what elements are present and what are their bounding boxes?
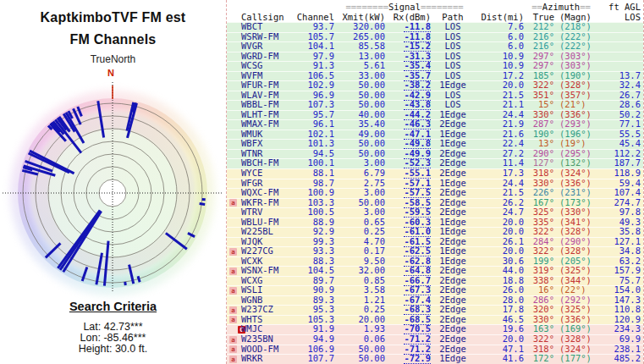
cell-channel: 91.3 xyxy=(295,61,334,71)
annotation-marker-a[interactable]: a xyxy=(229,287,237,295)
station-bar xyxy=(104,241,108,286)
cell-los-ft: 32.4 xyxy=(598,80,643,91)
cell-callsign[interactable]: WCSG xyxy=(241,61,295,71)
marker-cell: a xyxy=(227,354,241,364)
cell-path: 1Edge xyxy=(431,227,475,237)
marker-cell: a xyxy=(227,305,241,315)
annotation-marker-a[interactable]: a xyxy=(229,267,237,275)
cell-rx[interactable]: -35.4 xyxy=(385,61,431,71)
annotation-marker-a[interactable]: a xyxy=(229,316,237,323)
cell-rx[interactable]: -55.1 xyxy=(385,168,431,179)
cell-xmit: 0.06 xyxy=(334,334,385,345)
cell-callsign[interactable]: WYCE xyxy=(241,168,295,179)
annotation-marker-a[interactable]: a xyxy=(229,306,237,314)
cell-dist: 7.6 xyxy=(475,22,524,32)
cell-channel: 102.9 xyxy=(295,80,334,91)
table-row: aWRKR107.750.00-72.91Edge41.6172°(177°)4… xyxy=(227,354,643,364)
table-body: WBCT93.7320.00-11.8LOS7.6212°(218°)WSRW-… xyxy=(227,22,643,364)
cell-dist: 24.7 xyxy=(475,207,524,218)
cell-callsign[interactable]: WBCT xyxy=(241,22,295,32)
cell-dist: 20.0 xyxy=(475,334,524,345)
cell-channel: 100.9 xyxy=(295,188,334,198)
cell-azimuth-true: 216° xyxy=(524,41,554,52)
cell-path: LOS xyxy=(431,41,475,52)
cell-rx[interactable]: -38.2 xyxy=(385,80,431,91)
table-row: WFUR-FM102.950.00-38.21Edge20.0322°(328°… xyxy=(227,80,643,91)
cell-channel: 100.5 xyxy=(295,207,334,218)
station-bar xyxy=(166,233,187,249)
annotation-marker-a[interactable]: a xyxy=(229,199,237,207)
cell-callsign[interactable]: WVGR xyxy=(241,41,295,52)
cell-xmit: 0.17 xyxy=(334,246,385,256)
cell-dist: 10.9 xyxy=(475,61,524,71)
cell-los-ft: 35.8 xyxy=(598,227,643,237)
annotation-marker-a[interactable]: a xyxy=(229,336,237,344)
cell-callsign[interactable]: WQXC-FM xyxy=(241,188,295,198)
cell-azimuth-true: 322° xyxy=(524,80,554,91)
search-height: Height: 30.0 ft. xyxy=(0,343,226,355)
cell-azimuth-true: 318° xyxy=(524,168,554,179)
polar-panel: KaptkimboTVF FM est FM Channels TrueNort… xyxy=(0,0,226,364)
cell-path: LOS xyxy=(431,22,475,32)
col-los: LOS xyxy=(598,12,643,22)
cell-dist: 17.3 xyxy=(475,168,524,179)
cell-rx[interactable]: -11.8 xyxy=(385,22,431,32)
cell-path: 1Edge xyxy=(431,354,475,364)
cell-azimuth-magn: (177°) xyxy=(554,354,598,364)
cell-xmit: 3.00 xyxy=(334,207,385,218)
search-lat: Lat: 42.73*** xyxy=(0,321,226,333)
annotation-marker-a[interactable]: a xyxy=(229,345,237,353)
cell-azimuth-true: 212° xyxy=(524,22,554,32)
cell-channel: 94.9 xyxy=(295,334,334,345)
cell-dist: 41.6 xyxy=(475,354,524,364)
table-header-groups: ========Signal======== ==Azimuth== ft AG… xyxy=(227,2,643,12)
cell-los-ft: 107.4 xyxy=(598,188,643,198)
table-row: aW235BN94.90.06-71.22Edge20.0322°(328°)6… xyxy=(227,334,643,345)
cell-azimuth-magn: (218°) xyxy=(554,22,598,32)
cell-dist: 20.0 xyxy=(475,80,524,91)
table-row: WBCT93.7320.00-11.8LOS7.6212°(218°) xyxy=(227,22,643,32)
annotation-marker-a[interactable]: a xyxy=(229,356,237,363)
cell-xmit: 5.61 xyxy=(334,61,385,71)
station-bar xyxy=(125,282,126,285)
cell-path: 2Edge xyxy=(431,168,475,179)
marker-cell: a xyxy=(227,345,241,355)
cell-path: 2Edge xyxy=(431,334,475,345)
station-bar xyxy=(78,107,82,116)
cell-rx[interactable]: -57.5 xyxy=(385,188,431,198)
signal-group-header: ========Signal======== xyxy=(334,2,475,12)
cell-rx[interactable]: -72.9 xyxy=(385,354,431,364)
marker-cell: a xyxy=(227,266,241,276)
cell-azimuth-magn: (231°) xyxy=(554,188,598,198)
cell-rx[interactable]: -71.2 xyxy=(385,334,431,345)
cell-path: 1Edge xyxy=(431,246,475,256)
cell-callsign[interactable]: W225BL xyxy=(241,227,295,237)
cell-channel: 93.7 xyxy=(295,22,334,32)
cell-callsign[interactable]: WFUR-FM xyxy=(241,80,295,91)
cell-azimuth-true: 297° xyxy=(524,61,554,71)
cell-channel: 88.1 xyxy=(295,168,334,179)
marker-cell: a xyxy=(227,246,241,256)
station-bar xyxy=(60,214,98,270)
cell-dist: 20.0 xyxy=(475,227,524,237)
cell-rx[interactable]: -62.5 xyxy=(385,246,431,256)
cell-path: 1Edge xyxy=(431,80,475,91)
cell-callsign[interactable]: WRKR xyxy=(241,354,295,364)
cell-rx[interactable]: -61.0 xyxy=(385,227,431,237)
cell-xmit: 6.79 xyxy=(334,168,385,179)
station-bar xyxy=(138,276,140,282)
cell-rx[interactable]: -59.5 xyxy=(385,207,431,218)
annotation-marker-a[interactable]: a xyxy=(229,248,237,256)
marker-cell: a xyxy=(227,285,241,295)
cell-xmit: 3.00 xyxy=(334,188,385,198)
ft-agl-header: ft AGL xyxy=(598,2,643,12)
station-bar xyxy=(200,204,206,205)
search-lon: Lon: -85.46*** xyxy=(0,332,226,344)
cell-rx[interactable]: -15.2 xyxy=(385,41,431,52)
cell-callsign[interactable]: WTRV xyxy=(241,207,295,218)
station-bar xyxy=(96,253,102,285)
cell-callsign[interactable]: W235BN xyxy=(241,334,295,345)
cell-azimuth-magn: (222°) xyxy=(554,41,598,52)
cell-callsign[interactable]: W227CG xyxy=(241,246,295,256)
table-row: WTRV100.53.00-59.52Edge24.7325°(330°)97.… xyxy=(227,207,643,218)
